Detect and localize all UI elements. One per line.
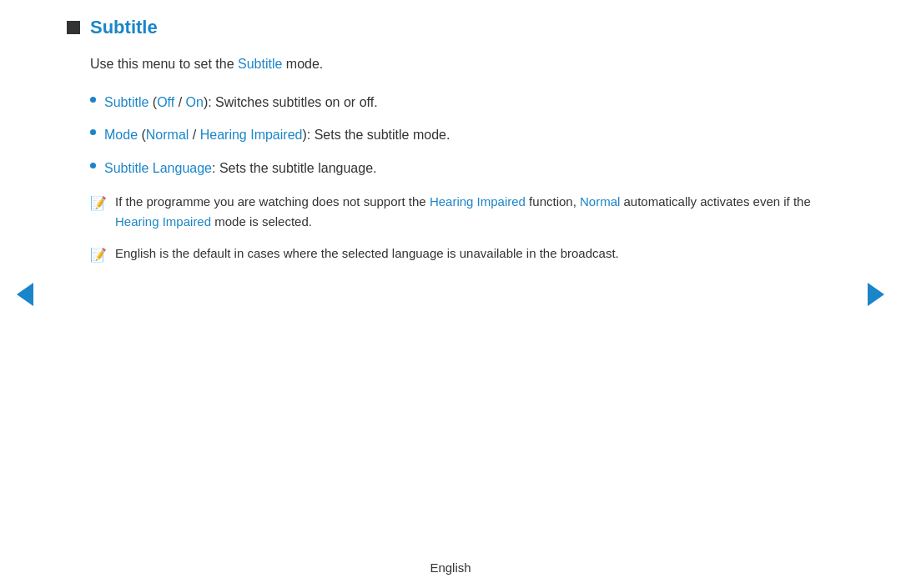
note-2: 📝 English is the default in cases where … xyxy=(90,244,834,266)
note1-before: If the programme you are watching does n… xyxy=(115,194,430,209)
mode-label: Mode xyxy=(104,128,138,142)
mode-normal: Normal xyxy=(146,128,189,142)
subtitle-sep: ( xyxy=(148,95,157,109)
note1-accent1: Hearing Impaired xyxy=(430,194,526,209)
subtitle-label: Subtitle xyxy=(104,95,148,109)
language-label: Subtitle Language xyxy=(104,161,212,175)
note1-middle: function, xyxy=(526,194,580,209)
bullet-dot-2 xyxy=(90,129,96,135)
note-1: 📝 If the programme you are watching does… xyxy=(90,192,834,232)
footer: English xyxy=(0,547,901,588)
mode-sep: ( xyxy=(138,128,146,142)
subtitle-slash: / xyxy=(174,95,185,109)
list-item-language-text: Subtitle Language: Sets the subtitle lan… xyxy=(104,158,376,179)
note-2-text: English is the default in cases where th… xyxy=(115,244,834,264)
note-icon-1: 📝 xyxy=(90,193,107,214)
footer-language: English xyxy=(430,560,471,575)
note1-accent2: Normal xyxy=(580,194,620,209)
page-container: Subtitle Use this menu to set the Subtit… xyxy=(0,0,901,588)
list-item-subtitle: Subtitle (Off / On): Switches subtitles … xyxy=(90,92,834,113)
feature-list: Subtitle (Off / On): Switches subtitles … xyxy=(90,92,834,179)
list-item-mode-text: Mode (Normal / Hearing Impaired): Sets t… xyxy=(104,124,450,146)
nav-arrow-left[interactable] xyxy=(17,283,33,306)
subtitle-closing: ): Switches subtitles on or off. xyxy=(204,95,378,109)
bullet-dot-3 xyxy=(90,163,96,168)
note-1-text: If the programme you are watching does n… xyxy=(115,192,834,232)
section-header: Subtitle xyxy=(67,17,834,38)
intro-before: Use this menu to set the xyxy=(90,57,238,71)
language-rest: : Sets the subtitle language. xyxy=(212,161,376,175)
subtitle-on: On xyxy=(186,95,204,109)
list-item-mode: Mode (Normal / Hearing Impaired): Sets t… xyxy=(90,124,834,146)
notes-block: 📝 If the programme you are watching does… xyxy=(90,192,834,266)
note1-after: automatically activates even if the xyxy=(620,194,810,209)
subtitle-off: Off xyxy=(157,95,174,109)
intro-accent: Subtitle xyxy=(238,57,282,71)
list-item-language: Subtitle Language: Sets the subtitle lan… xyxy=(90,158,834,179)
section-icon xyxy=(67,21,80,34)
list-item-subtitle-text: Subtitle (Off / On): Switches subtitles … xyxy=(104,92,378,113)
bullet-dot-1 xyxy=(90,97,96,103)
section-title: Subtitle xyxy=(90,17,158,38)
mode-hearing: Hearing Impaired xyxy=(200,128,303,142)
content-area: Subtitle Use this menu to set the Subtit… xyxy=(0,0,901,547)
intro-paragraph: Use this menu to set the Subtitle mode. xyxy=(90,53,834,75)
mode-slash: / xyxy=(189,128,199,142)
note-icon-2: 📝 xyxy=(90,244,107,266)
note1-end: mode is selected. xyxy=(211,214,312,229)
intro-after: mode. xyxy=(282,57,323,71)
note1-accent3: Hearing Impaired xyxy=(115,214,211,229)
nav-arrow-right[interactable] xyxy=(868,283,884,306)
mode-closing: ): Sets the subtitle mode. xyxy=(302,128,450,142)
